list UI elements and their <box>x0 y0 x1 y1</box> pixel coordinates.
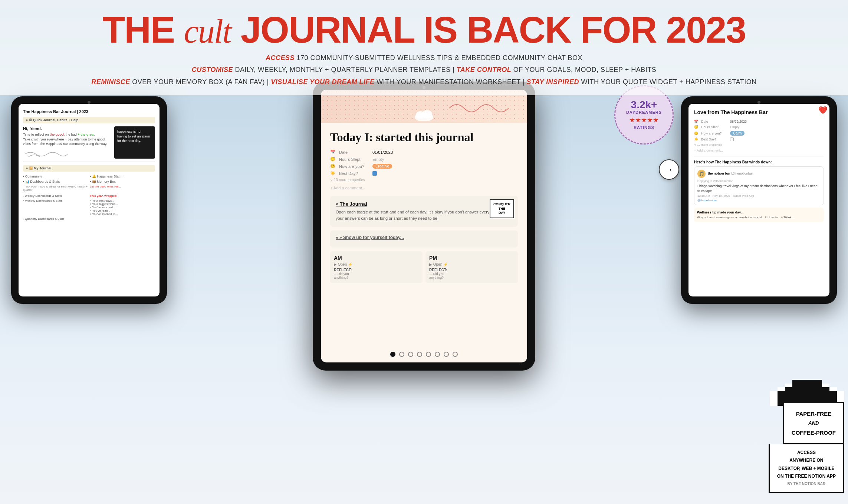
am-label: AM <box>334 255 419 261</box>
divider <box>694 156 824 156</box>
journal-section-text: Open each toggle at the start and end of… <box>336 209 512 221</box>
left-weekly: • Weekly Dashboards & Stats <box>23 194 88 198</box>
pm-open: ▶ Open ⚡ <box>429 262 514 266</box>
bottom-notion: ON THE FREE NOTION APP <box>777 472 836 481</box>
left-memory-box: • 📦 Memory Box <box>90 180 155 183</box>
center-body: Today I: started this journal 📅 Date 01/… <box>321 123 527 291</box>
left-track-text: Track your mood & sleep for each week, m… <box>23 185 88 192</box>
right-add-comment: + Add a comment... <box>694 149 824 152</box>
subtitle-lines: ACCESS 170 COMMUNITY-SUBMITTED WELLNESS … <box>30 52 818 88</box>
right-date-value: 08/29/2023 <box>730 120 747 123</box>
right-bestday-checkbox <box>730 137 734 141</box>
field-sleep-label: Hours Slept <box>339 157 369 162</box>
field-sleep: 😴 Hours Slept Empty <box>330 157 518 162</box>
tweet-replying: Replying to @thenotionbar <box>697 179 821 183</box>
sub-visualise: VISUALISE YOUR DREAM LIFE <box>271 78 374 86</box>
right-date-label: Date <box>701 120 727 123</box>
tweet-box: 🎵 the notion bar @thenotionbar Replying … <box>694 166 824 205</box>
pm-reflect: REFLECT: <box>429 268 514 272</box>
sub-access: ACCESS <box>266 54 295 62</box>
sub-line-1: ACCESS 170 COMMUNITY-SUBMITTED WELLNESS … <box>30 52 818 64</box>
right-date: 📅 Date 08/29/2023 <box>694 120 824 123</box>
tablet-center-screen: Today I: started this journal 📅 Date 01/… <box>321 90 527 362</box>
right-content: Love from The Happiness Bar ❤️ 📅 Date 08… <box>688 104 829 228</box>
dot-6 <box>435 352 440 357</box>
tweet-meta: 12:19 AM · Nov 19, 2020 · Twitter Web Ap… <box>697 194 821 198</box>
conquer-button[interactable]: CONQUERTHEDAY <box>490 199 514 218</box>
pm-label: PM <box>429 255 514 261</box>
rating-ratings-label: RATINGS <box>634 125 654 130</box>
svg-point-2 <box>422 110 432 118</box>
journal-section-title: » The Journal <box>336 201 512 207</box>
tablet-left-cam <box>88 101 91 104</box>
wellness-tip-box: Wellness tip made your day... Why not se… <box>694 208 824 222</box>
left-year-wrapped: This year, wrapped: <box>90 194 155 198</box>
header-section: THE cult JOURNAL IS BACK FOR 2023 ACCESS… <box>0 0 848 95</box>
bottom-platforms: DESKTOP, WEB + MOBILE <box>777 465 836 473</box>
sub3-mid2: WITH YOUR MANIFESTATION WORKSHEET | <box>377 78 525 86</box>
right-mood-label: How are you? <box>701 132 727 135</box>
svg-rect-6 <box>792 380 822 385</box>
field-sleep-value: Empty <box>372 157 384 162</box>
left-greeting: Hi, friend. <box>23 126 109 131</box>
journal-section: » The Journal Open each toggle at the st… <box>330 196 518 227</box>
left-section1: » 🗓 Quick Journal, Habits + Help <box>23 117 155 123</box>
right-mood: 😊 How are you? Calm <box>694 131 824 136</box>
am-open: ▶ Open ⚡ <box>334 262 419 266</box>
show-up-section: » » Show up for yourself today... <box>330 231 518 248</box>
dot-3 <box>408 352 413 357</box>
sub1-rest: 170 COMMUNITY-SUBMITTED WELLNESS TIPS & … <box>296 54 582 62</box>
center-main-title: Today I: started this journal <box>330 130 518 144</box>
sub3-end: WITH YOUR QUOTE WIDGET + HAPPINESS STATI… <box>581 78 756 86</box>
bottom-by: BY THE NOTION BAR <box>777 481 836 487</box>
sub-customise: CUSTOMISE <box>192 66 233 73</box>
right-bestday-label: Best Day? <box>701 137 727 141</box>
left-section2: » 📔 My Journal <box>23 165 155 172</box>
tablet-left-screen: The Happiness Bar Journal | 2023 » 🗓 Qui… <box>19 104 160 296</box>
add-comment: + Add a comment... <box>330 186 518 190</box>
more-properties: ∨ 10 more properties <box>330 178 518 182</box>
title-cult: cult <box>184 13 231 50</box>
am-box: AM ▶ Open ⚡ REFLECT: ... Did youanything… <box>330 251 423 283</box>
arrow-icon: → <box>665 165 673 175</box>
left-quarterly: • Quarterly Dashboards & Stats <box>23 217 88 220</box>
left-app-title: The Happiness Bar Journal | 2023 <box>23 109 155 114</box>
bestday-checkbox <box>372 171 377 176</box>
right-heart: ❤️ <box>818 106 828 115</box>
left-content: The Happiness Bar Journal | 2023 » 🗓 Qui… <box>19 104 160 226</box>
field-date: 📅 Date 01/01/2023 <box>330 150 518 155</box>
tweet-handle: @thenotionbar <box>731 172 753 175</box>
right-sleep-label: Hours Slept <box>701 125 727 129</box>
tweet-avatar: 🎵 <box>697 170 706 178</box>
left-happiness-stat: • 🔔 Happiness Stat... <box>90 175 155 178</box>
svg-rect-9 <box>778 387 785 391</box>
conquer-text: CONQUERTHEDAY <box>493 202 510 215</box>
bestday-icon: ☀️ <box>330 171 335 176</box>
sub2-end: OF YOUR GOALS, MOOD, SLEEP + HABITS <box>513 66 656 73</box>
mood-icon: 😊 <box>330 164 335 169</box>
left-dashboards: • 📊 Dashboards & Stats <box>23 180 88 183</box>
bottom-anywhere: ANYWHERE ON <box>777 457 836 465</box>
field-bestday: ☀️ Best Day? <box>330 171 518 176</box>
right-more-props: ∨ 10 more properties <box>694 143 824 146</box>
dot-8 <box>453 352 458 357</box>
main-title: THE cult JOURNAL IS BACK FOR 2023 <box>30 11 818 48</box>
tablet-right-cam <box>757 101 760 104</box>
field-date-value: 01/01/2023 <box>372 150 393 155</box>
tablet-center: Today I: started this journal 📅 Date 01/… <box>313 82 535 371</box>
tweet-handle2: @thenotionbar <box>697 199 821 202</box>
left-community: • Community <box>23 175 88 178</box>
sub-line-2: CUSTOMISE DAILY, WEEKLY, MONTHLY + QUART… <box>30 64 818 76</box>
sub-reminisce: REMINISCE <box>91 78 130 86</box>
bottom-paper-free: PAPER-FREE <box>792 409 836 419</box>
right-title: Love from The Happiness Bar <box>694 109 824 115</box>
pm-box: PM ▶ Open ⚡ REFLECT: ... Did youanything… <box>425 251 518 283</box>
svg-rect-10 <box>829 387 837 391</box>
rating-stars: ★★★★★ <box>629 116 659 124</box>
dot-4 <box>417 352 422 357</box>
dot-7 <box>444 352 449 357</box>
field-bestday-label: Best Day? <box>339 171 369 176</box>
next-arrow-button[interactable]: → <box>659 159 679 180</box>
svg-rect-12 <box>822 384 829 387</box>
left-monthly: • Monthly Dashboards & Stats <box>23 199 88 216</box>
